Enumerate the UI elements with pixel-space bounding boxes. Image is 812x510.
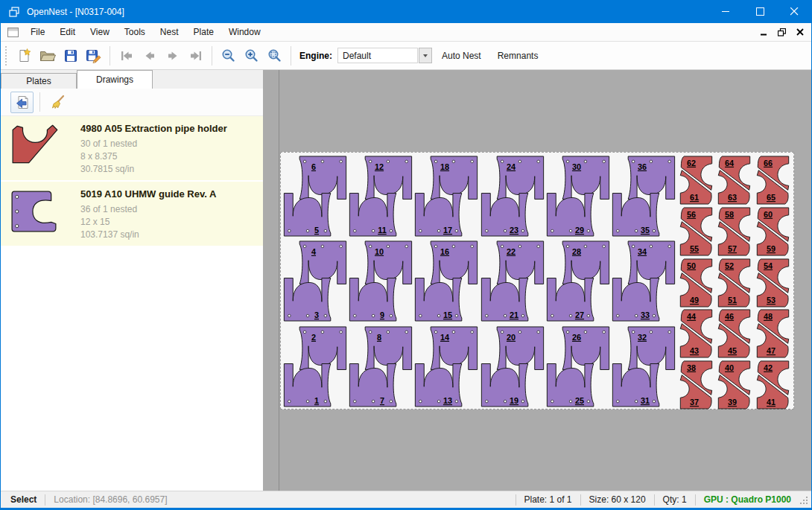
svg-text:22: 22	[507, 247, 516, 256]
nested-part-pair-40-39[interactable]: 4039	[715, 360, 753, 413]
drawing-area: 30.7815 sq/in	[80, 163, 256, 176]
nested-part-pair-66-65[interactable]: 6665	[754, 155, 792, 208]
svg-text:43: 43	[690, 346, 699, 355]
svg-text:9: 9	[380, 310, 384, 319]
status-bar: Select Location: [84.8696, 60.6957] Plat…	[1, 491, 811, 508]
nested-part-pair-58-57[interactable]: 5857	[715, 206, 753, 260]
zoom-extents-icon[interactable]	[263, 45, 286, 66]
nested-part-pair-24-23[interactable]: 2423	[480, 154, 545, 241]
save-as-icon[interactable]	[82, 45, 105, 66]
nested-part-pair-34-33[interactable]: 3433	[611, 239, 676, 326]
nested-part-pair-6-5[interactable]: 65	[282, 154, 348, 241]
nested-part-pair-12-11[interactable]: 1211	[348, 154, 413, 241]
svg-text:28: 28	[572, 247, 581, 256]
nested-part-pair-20-19[interactable]: 2019	[480, 325, 545, 412]
menu-window[interactable]: Window	[221, 23, 268, 41]
last-plate-icon[interactable]	[184, 45, 207, 66]
save-icon[interactable]	[59, 45, 82, 66]
next-plate-icon[interactable]	[161, 45, 184, 66]
engine-select[interactable]: Default	[337, 48, 418, 63]
nested-part-pair-8-7[interactable]: 87	[348, 325, 413, 412]
import-drawing-icon[interactable]	[10, 92, 34, 113]
status-size: Size: 60 x 120	[581, 494, 654, 505]
nested-part-pair-30-29[interactable]: 3029	[545, 154, 611, 241]
nested-part-pair-14-13[interactable]: 1413	[413, 325, 479, 412]
nested-part-pair-50-49[interactable]: 5049	[677, 258, 715, 311]
engine-dropdown-button[interactable]	[419, 48, 432, 63]
svg-text:46: 46	[725, 312, 734, 321]
nested-part-pair-62-61[interactable]: 6261	[677, 155, 715, 208]
svg-text:3: 3	[314, 310, 319, 319]
nested-part-pair-10-9[interactable]: 109	[348, 239, 413, 326]
menu-plate[interactable]: Plate	[186, 23, 221, 41]
svg-text:14: 14	[440, 332, 449, 341]
menu-nest[interactable]: Nest	[153, 23, 186, 41]
svg-text:59: 59	[767, 244, 775, 253]
mdi-minimize-button[interactable]	[761, 29, 767, 36]
nested-part-pair-64-63[interactable]: 6463	[715, 155, 753, 208]
svg-text:6: 6	[311, 162, 316, 171]
plate[interactable]: 6512111817242330293635431091615222128273…	[280, 152, 794, 409]
svg-text:11: 11	[378, 226, 387, 235]
nested-part-pair-4-3[interactable]: 43	[282, 239, 348, 326]
svg-text:35: 35	[641, 226, 650, 235]
svg-text:42: 42	[764, 363, 773, 372]
svg-text:2: 2	[311, 332, 316, 341]
svg-text:48: 48	[764, 312, 773, 321]
svg-text:4: 4	[311, 247, 316, 256]
panel-gutter	[263, 70, 279, 491]
nested-part-pair-48-47[interactable]: 4847	[754, 308, 792, 362]
resize-grip[interactable]	[799, 496, 810, 508]
nested-part-pair-2-1[interactable]: 21	[282, 325, 348, 412]
clean-icon[interactable]	[46, 92, 69, 113]
nested-part-pair-44-43[interactable]: 4443	[677, 308, 715, 362]
minimize-button[interactable]	[708, 0, 743, 23]
zoom-in-icon[interactable]	[240, 45, 263, 66]
nested-part-pair-26-25[interactable]: 2625	[545, 325, 611, 412]
drawing-list-item[interactable]: 5019 A10 UHMW guide Rev. A 36 of 1 neste…	[1, 182, 263, 246]
nested-part-pair-52-51[interactable]: 5251	[715, 258, 753, 311]
zoom-out-icon[interactable]	[217, 45, 240, 66]
menu-edit[interactable]: Edit	[52, 23, 83, 41]
nest-canvas[interactable]: 6512111817242330293635431091615222128273…	[279, 70, 811, 491]
menu-view[interactable]: View	[83, 23, 117, 41]
svg-text:45: 45	[728, 346, 737, 355]
drawing-title: 4980 A05 Extraction pipe holder	[80, 123, 256, 134]
nested-part-pair-36-35[interactable]: 3635	[611, 154, 676, 241]
status-gpu: GPU : Quadro P1000	[696, 494, 799, 505]
menu-tools[interactable]: Tools	[117, 23, 153, 41]
nested-part-pair-56-55[interactable]: 5655	[677, 206, 715, 260]
nested-part-pair-16-15[interactable]: 1615	[413, 239, 479, 326]
main-toolbar: Engine: Default Auto Nest Remnants	[1, 42, 811, 70]
maximize-button[interactable]	[743, 0, 777, 23]
open-icon[interactable]	[36, 45, 59, 66]
nested-part-pair-32-31[interactable]: 3231	[611, 325, 676, 412]
svg-text:29: 29	[575, 226, 584, 235]
nested-part-pair-18-17[interactable]: 1817	[413, 154, 479, 241]
nested-part-pair-54-53[interactable]: 5453	[754, 258, 792, 311]
auto-nest-button[interactable]: Auto Nest	[435, 47, 488, 65]
nested-part-pair-38-37[interactable]: 3837	[677, 360, 715, 413]
drawing-title: 5019 A10 UHMW guide Rev. A	[80, 188, 256, 200]
close-button[interactable]	[777, 0, 811, 23]
nested-part-pair-46-45[interactable]: 4645	[715, 308, 753, 362]
new-icon[interactable]	[13, 45, 36, 66]
remnants-button[interactable]: Remnants	[491, 47, 545, 65]
drawing-list-item[interactable]: 4980 A05 Extraction pipe holder 30 of 1 …	[1, 116, 263, 180]
previous-plate-icon[interactable]	[138, 45, 161, 66]
first-plate-icon[interactable]	[115, 45, 138, 66]
svg-text:16: 16	[440, 247, 449, 256]
mdi-restore-button[interactable]	[778, 28, 786, 36]
nested-part-pair-60-59[interactable]: 6059	[754, 206, 792, 260]
menu-file[interactable]: File	[23, 23, 52, 41]
mdi-close-button[interactable]	[796, 28, 804, 36]
tab-plates[interactable]: Plates	[1, 73, 77, 89]
mdi-child-icon[interactable]	[7, 28, 19, 37]
svg-text:54: 54	[764, 261, 773, 270]
toolbar-grip[interactable]	[5, 46, 9, 66]
nested-part-pair-28-27[interactable]: 2827	[545, 239, 611, 326]
nested-part-pair-42-41[interactable]: 4241	[754, 360, 792, 413]
tab-drawings[interactable]: Drawings	[77, 70, 153, 89]
svg-text:58: 58	[725, 210, 734, 219]
nested-part-pair-22-21[interactable]: 2221	[480, 239, 545, 326]
